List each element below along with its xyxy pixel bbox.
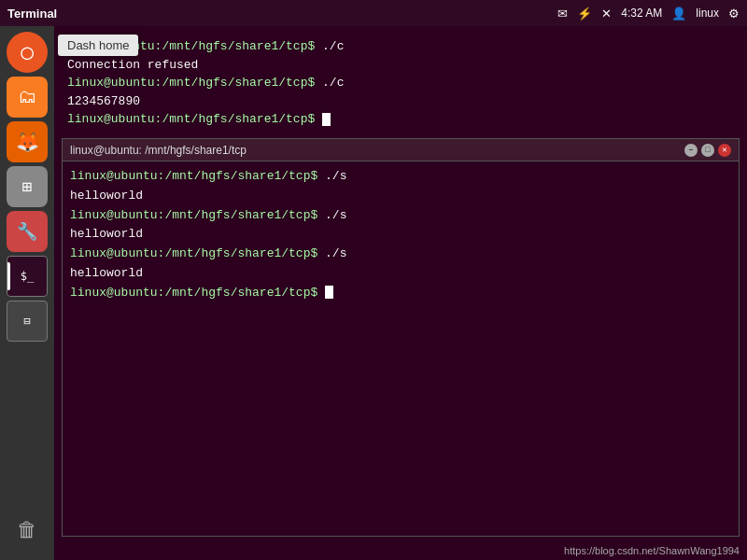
- fg-line-5: linux@ubuntu:/mnt/hgfs/share1/tcp$ ./s: [70, 245, 731, 264]
- files-launcher-icon[interactable]: 🗂: [7, 77, 48, 118]
- settings-icon[interactable]: ⚙: [728, 7, 740, 21]
- window-controls: – □ ✕: [684, 144, 731, 157]
- username: linux: [696, 7, 719, 20]
- fg-line-2: helloworld: [70, 187, 731, 206]
- top-bar: Terminal ✉ ⚡ ✕ 4:32 AM 👤 linux ⚙: [0, 0, 747, 26]
- trash-icon[interactable]: 🗑: [7, 510, 48, 551]
- bg-line-3: linux@ubuntu:/mnt/hgfs/share1/tcp$ ./c: [67, 74, 734, 92]
- maximize-button[interactable]: □: [701, 144, 714, 157]
- terminal-body[interactable]: linux@ubuntu:/mnt/hgfs/share1/tcp$ ./s h…: [63, 161, 739, 536]
- watermark: https://blog.csdn.net/ShawnWang1994: [564, 545, 740, 556]
- fg-line-6: helloworld: [70, 264, 731, 284]
- fg-line-1: linux@ubuntu:/mnt/hgfs/share1/tcp$ ./s: [70, 167, 731, 187]
- fg-line-3: linux@ubuntu:/mnt/hgfs/share1/tcp$ ./s: [70, 206, 731, 226]
- active-marker: [7, 262, 10, 290]
- terminal-titlebar: linux@ubuntu: /mnt/hgfs/share1/tcp – □ ✕: [63, 139, 739, 161]
- fg-cursor: [325, 286, 333, 299]
- bluetooth-icon[interactable]: ⚡: [577, 7, 592, 21]
- firefox-launcher-icon[interactable]: 🦊: [7, 121, 48, 162]
- network-icon[interactable]: ✕: [601, 7, 612, 21]
- dash-home-tooltip: Dash home: [58, 35, 138, 56]
- bg-line-1: linux@ubuntu:/mnt/hgfs/share1/tcp$ ./c: [67, 37, 734, 56]
- bg-line-5: linux@ubuntu:/mnt/hgfs/share1/tcp$: [67, 110, 734, 129]
- app-title: Terminal: [7, 7, 57, 21]
- mail-icon[interactable]: ✉: [557, 7, 568, 21]
- main-area: linux@ubuntu:/mnt/hgfs/share1/tcp$ ./c C…: [54, 26, 747, 560]
- foreground-terminal: linux@ubuntu: /mnt/hgfs/share1/tcp – □ ✕…: [62, 138, 740, 537]
- ubuntu-launcher-icon[interactable]: ◯: [7, 32, 48, 73]
- terminal2-launcher-icon[interactable]: ⊟: [7, 301, 48, 342]
- close-button[interactable]: ✕: [718, 144, 731, 157]
- watermark-text: https://blog.csdn.net/ShawnWang1994: [564, 545, 740, 556]
- sidebar: ◯ 🗂 🦊 ⊞ 🔧 $_ ⊟ 🗑: [0, 26, 54, 560]
- terminal-launcher-icon[interactable]: $_: [7, 256, 48, 297]
- bg-line-2: Connection refused: [67, 56, 734, 75]
- bg-line-4: 1234567890: [67, 92, 734, 111]
- wrench-launcher-icon[interactable]: 🔧: [7, 211, 48, 252]
- fg-line-4: helloworld: [70, 225, 731, 245]
- top-bar-right: ✉ ⚡ ✕ 4:32 AM 👤 linux ⚙: [557, 7, 740, 21]
- terminal-title: linux@ubuntu: /mnt/hgfs/share1/tcp: [70, 144, 247, 157]
- system-launcher-icon[interactable]: ⊞: [7, 166, 48, 207]
- top-bar-left: Terminal: [7, 7, 57, 21]
- user-icon: 👤: [671, 7, 686, 21]
- minimize-button[interactable]: –: [684, 144, 698, 157]
- tooltip-text: Dash home: [67, 38, 129, 52]
- clock: 4:32 AM: [621, 7, 662, 20]
- bg-cursor: [322, 113, 331, 126]
- fg-line-7: linux@ubuntu:/mnt/hgfs/share1/tcp$: [70, 284, 731, 303]
